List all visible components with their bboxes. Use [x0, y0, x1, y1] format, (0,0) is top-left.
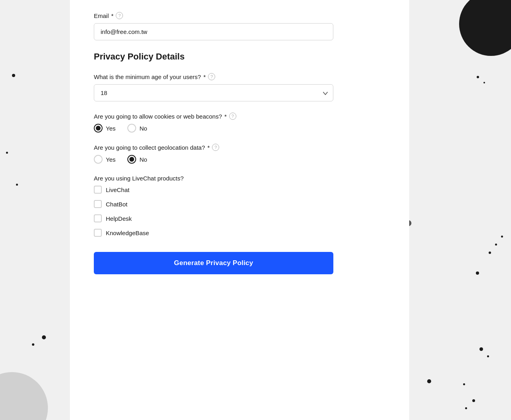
- privacy-policy-section-title: Privacy Policy Details: [94, 52, 333, 62]
- email-help-icon[interactable]: ?: [116, 12, 123, 19]
- geolocation-yes-radio[interactable]: [94, 155, 103, 164]
- geolocation-yes-option[interactable]: Yes: [94, 155, 115, 164]
- livechat-label-text: Are you using LiveChat products?: [94, 175, 184, 182]
- minimum-age-help-icon[interactable]: ?: [208, 73, 215, 80]
- livechat-livechat-checkbox[interactable]: [94, 186, 102, 194]
- email-required: *: [111, 12, 114, 19]
- livechat-chatbot-checkbox[interactable]: [94, 200, 102, 208]
- cookies-required: *: [224, 113, 227, 120]
- geolocation-required: *: [208, 144, 210, 151]
- geolocation-radio-group: Yes No: [94, 155, 333, 164]
- cookies-no-label: No: [139, 125, 147, 132]
- main-content: Email * ? Privacy Policy Details What is…: [70, 0, 409, 420]
- geolocation-yes-label: Yes: [106, 156, 115, 163]
- livechat-knowledgebase-checkbox[interactable]: [94, 229, 102, 237]
- email-field-group: Email * ?: [94, 12, 333, 40]
- minimum-age-label-text: What is the minimum age of your users?: [94, 73, 201, 80]
- email-label-text: Email: [94, 12, 109, 19]
- geolocation-label: Are you going to collect geolocation dat…: [94, 144, 333, 151]
- livechat-label: Are you using LiveChat products?: [94, 175, 333, 182]
- cookies-no-radio[interactable]: [127, 124, 136, 133]
- cookies-radio-group: Yes No: [94, 124, 333, 133]
- livechat-knowledgebase-label: KnowledgeBase: [106, 230, 149, 236]
- livechat-helpdesk-checkbox[interactable]: [94, 214, 102, 222]
- cookies-help-icon[interactable]: ?: [229, 113, 236, 120]
- cookies-label: Are you going to allow cookies or web be…: [94, 113, 333, 120]
- minimum-age-label: What is the minimum age of your users? *…: [94, 73, 333, 80]
- livechat-checkbox-group: LiveChat ChatBot HelpDesk KnowledgeBase: [94, 186, 333, 237]
- livechat-chatbot-option[interactable]: ChatBot: [94, 200, 333, 208]
- cookies-yes-label: Yes: [106, 125, 115, 132]
- geolocation-no-label: No: [139, 156, 147, 163]
- cookies-yes-option[interactable]: Yes: [94, 124, 115, 133]
- geolocation-no-option[interactable]: No: [127, 155, 147, 164]
- geolocation-no-radio[interactable]: [127, 155, 136, 164]
- minimum-age-select[interactable]: 13 16 18 21: [94, 84, 333, 101]
- geolocation-help-icon[interactable]: ?: [212, 144, 219, 151]
- livechat-field-group: Are you using LiveChat products? LiveCha…: [94, 175, 333, 237]
- minimum-age-field-group: What is the minimum age of your users? *…: [94, 73, 333, 101]
- cookies-yes-radio[interactable]: [94, 124, 103, 133]
- geolocation-field-group: Are you going to collect geolocation dat…: [94, 144, 333, 164]
- livechat-helpdesk-label: HelpDesk: [106, 215, 132, 222]
- email-input[interactable]: [94, 23, 333, 40]
- livechat-knowledgebase-option[interactable]: KnowledgeBase: [94, 229, 333, 237]
- livechat-livechat-label: LiveChat: [106, 186, 129, 193]
- generate-privacy-policy-button[interactable]: Generate Privacy Policy: [94, 252, 333, 274]
- cookies-label-text: Are you going to allow cookies or web be…: [94, 113, 222, 120]
- email-label: Email * ?: [94, 12, 333, 19]
- geolocation-label-text: Are you going to collect geolocation dat…: [94, 144, 205, 151]
- cookies-no-option[interactable]: No: [127, 124, 147, 133]
- cookies-field-group: Are you going to allow cookies or web be…: [94, 113, 333, 133]
- livechat-livechat-option[interactable]: LiveChat: [94, 186, 333, 194]
- minimum-age-select-wrapper: 13 16 18 21: [94, 84, 333, 101]
- minimum-age-required: *: [203, 73, 206, 80]
- livechat-chatbot-label: ChatBot: [106, 201, 127, 208]
- livechat-helpdesk-option[interactable]: HelpDesk: [94, 214, 333, 222]
